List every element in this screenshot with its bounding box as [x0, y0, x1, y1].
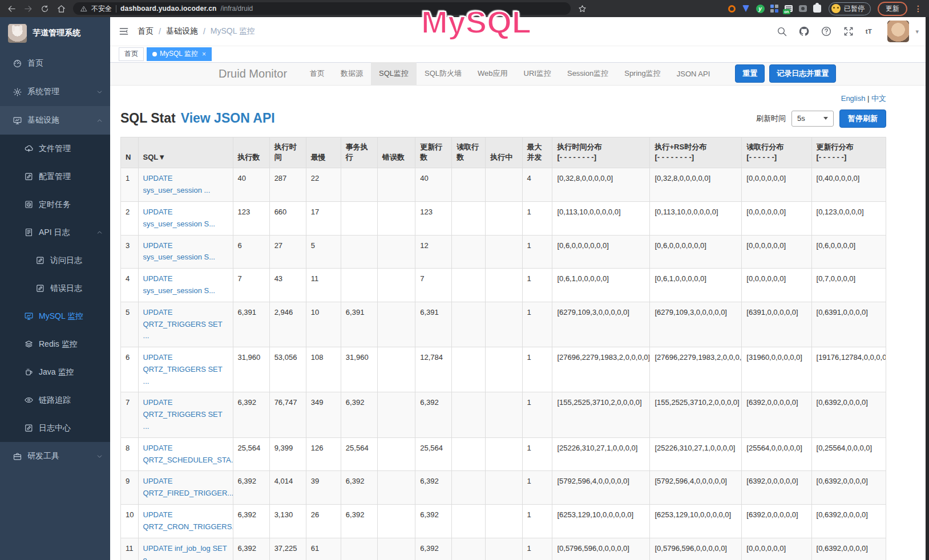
stat-cell: 6,391: [415, 302, 452, 347]
sql-link[interactable]: UPDATE QRTZ_TRIGGERS SET ...: [143, 308, 223, 340]
blue-pin-extension-icon[interactable]: [741, 4, 750, 13]
sql-link[interactable]: UPDATE sys_user_session S...: [143, 241, 215, 262]
tab-MySQL 监控[interactable]: MySQL 监控×: [147, 47, 212, 61]
sidebar-item-配置管理[interactable]: 配置管理: [0, 163, 110, 190]
sql-link[interactable]: UPDATE QRTZ_TRIGGERS SET ...: [143, 398, 223, 431]
sidebar-item-研发工具[interactable]: 研发工具: [0, 442, 110, 470]
column-header-执行数[interactable]: 执行数: [233, 137, 269, 168]
sidebar-item-MySQL 监控[interactable]: MySQL 监控: [0, 302, 110, 330]
sidebar-logo[interactable]: 芋道管理系统: [0, 17, 110, 49]
column-header-最大并发[interactable]: 最大并发: [522, 137, 552, 168]
column-header-事务执行[interactable]: 事务执行: [341, 137, 377, 168]
fullscreen-icon[interactable]: [843, 26, 854, 37]
column-header-最慢[interactable]: 最慢: [306, 137, 341, 168]
back-icon[interactable]: [7, 4, 17, 14]
font-size-icon[interactable]: tT: [865, 26, 877, 37]
collapse-menu-icon[interactable]: [118, 26, 130, 37]
refresh-interval-select[interactable]: 5s: [791, 111, 834, 127]
table-row: 2UPDATE sys_user_session S...12366017123…: [121, 201, 886, 235]
column-header-更新行分布[interactable]: 更新行分布[- - - - - -]: [811, 137, 886, 168]
help-icon[interactable]: [821, 26, 832, 37]
sidebar-item-API 日志[interactable]: API 日志: [0, 218, 110, 246]
reset-button[interactable]: 重置: [735, 64, 765, 83]
search-icon[interactable]: [776, 26, 787, 37]
green-circle-extension-icon[interactable]: y: [756, 4, 765, 13]
sql-link[interactable]: UPDATE QRTZ_TRIGGERS SET ...: [143, 353, 223, 385]
grid-extension-icon[interactable]: [770, 4, 779, 13]
language-english-link[interactable]: English: [841, 94, 866, 103]
stat-cell: [0,6392,0,0,0,0]: [811, 471, 886, 505]
sql-link[interactable]: UPDATE QRTZ_SCHEDULER_STA...: [143, 444, 233, 464]
github-icon[interactable]: [798, 26, 810, 37]
sidebar-item-系统管理[interactable]: 系统管理: [0, 78, 110, 106]
security-label[interactable]: 不安全: [91, 4, 112, 14]
stat-cell: 37,225: [269, 538, 306, 560]
pause-refresh-button[interactable]: 暂停刷新: [839, 109, 886, 128]
sidebar-item-Java 监控[interactable]: Java 监控: [0, 358, 110, 386]
orange-ring-extension-icon[interactable]: [727, 4, 736, 13]
druid-nav-Web应用[interactable]: Web应用: [470, 62, 516, 85]
tab-首页[interactable]: 首页: [119, 47, 144, 61]
druid-nav-SQL监控[interactable]: SQL监控: [371, 62, 417, 85]
column-header-执行中[interactable]: 执行中: [486, 137, 522, 168]
column-header-SQL▼[interactable]: SQL▼: [138, 137, 233, 168]
view-json-api-link[interactable]: View JSON API: [181, 111, 275, 126]
druid-nav-数据源[interactable]: 数据源: [333, 62, 371, 85]
star-icon[interactable]: [577, 4, 587, 14]
sidebar-item-错误日志[interactable]: 错误日志: [0, 274, 110, 302]
breadcrumb-item[interactable]: 基础设施: [166, 26, 198, 36]
browser-profile-chip[interactable]: 已暂停: [829, 2, 871, 15]
row-number: 5: [121, 302, 139, 347]
caret-down-icon[interactable]: ▾: [915, 28, 919, 35]
puzzle-extension-icon[interactable]: [813, 4, 822, 13]
druid-nav-URI监控[interactable]: URI监控: [516, 62, 559, 85]
sql-stat-table: NSQL▼执行数执行时间最慢事务执行错误数更新行数读取行数执行中最大并发执行时间…: [120, 137, 886, 560]
column-header-执行+RS时分布[interactable]: 执行+RS时分布[- - - - - - - -]: [650, 137, 742, 168]
druid-nav-Session监控[interactable]: Session监控: [559, 62, 616, 85]
sql-link[interactable]: UPDATE sys_user_session S...: [143, 208, 215, 228]
column-header-N[interactable]: N: [121, 137, 139, 168]
sql-link[interactable]: UPDATE sys_user_session S...: [143, 274, 215, 295]
list-extension-icon[interactable]: on: [784, 4, 793, 13]
header-label: 事务执行: [346, 142, 373, 164]
sql-link[interactable]: UPDATE sys_user_session ...: [143, 174, 211, 194]
column-header-错误数[interactable]: 错误数: [378, 137, 415, 168]
druid-nav-首页[interactable]: 首页: [302, 62, 333, 85]
stat-cell: [5792,596,4,0,0,0,0,0]: [650, 471, 742, 505]
address-bar[interactable]: 不安全 dashboard.yudao.iocoder.cn /infra/dr…: [73, 2, 571, 15]
close-icon[interactable]: ×: [202, 50, 206, 58]
stat-cell: [378, 168, 415, 202]
column-header-读取行数[interactable]: 读取行数: [452, 137, 486, 168]
druid-nav-JSON API[interactable]: JSON API: [669, 62, 718, 85]
sql-link[interactable]: UPDATE QRTZ_CRON_TRIGGERS...: [143, 510, 233, 531]
druid-nav-SQL防火墙[interactable]: SQL防火墙: [417, 62, 470, 85]
column-header-更新行数[interactable]: 更新行数: [415, 137, 452, 168]
sidebar-item-首页[interactable]: 首页: [0, 49, 110, 78]
sidebar-item-链路追踪[interactable]: 链路追踪: [0, 386, 110, 414]
reload-icon[interactable]: [40, 4, 50, 14]
kebab-menu-icon[interactable]: ⋮: [914, 4, 922, 13]
column-header-执行时间分布[interactable]: 执行时间分布[- - - - - - - -]: [552, 137, 650, 168]
druid-nav-Spring监控[interactable]: Spring监控: [616, 62, 669, 85]
breadcrumb-item[interactable]: 首页: [138, 26, 154, 36]
sidebar-item-访问日志[interactable]: 访问日志: [0, 246, 110, 274]
sql-link[interactable]: UPDATE QRTZ_FIRED_TRIGGER...: [143, 477, 233, 497]
sidebar-item-日志中心[interactable]: 日志中心: [0, 414, 110, 442]
language-chinese-link[interactable]: 中文: [871, 94, 886, 103]
column-header-读取行分布[interactable]: 读取行分布[- - - - - -]: [742, 137, 811, 168]
sidebar-item-Redis 监控[interactable]: Redis 监控: [0, 330, 110, 358]
sidebar-item-文件管理[interactable]: 文件管理: [0, 135, 110, 163]
camera-extension-icon[interactable]: [798, 4, 807, 13]
edit-icon: [24, 423, 34, 433]
home-icon[interactable]: [56, 4, 66, 14]
forward-icon[interactable]: [23, 4, 33, 14]
sql-link[interactable]: UPDATE inf_job_log SET e...: [143, 544, 227, 560]
sidebar-item-基础设施[interactable]: 基础设施: [0, 106, 110, 135]
column-header-执行时间[interactable]: 执行时间: [269, 137, 306, 168]
log-and-reset-button[interactable]: 记录日志并重置: [769, 64, 836, 83]
sidebar-item-定时任务[interactable]: 定时任务: [0, 190, 110, 218]
user-avatar[interactable]: [887, 21, 909, 42]
browser-update-button[interactable]: 更新: [878, 2, 907, 16]
stat-cell: [452, 235, 486, 269]
stat-cell: [25564,0,0,0,0,0]: [742, 437, 811, 471]
